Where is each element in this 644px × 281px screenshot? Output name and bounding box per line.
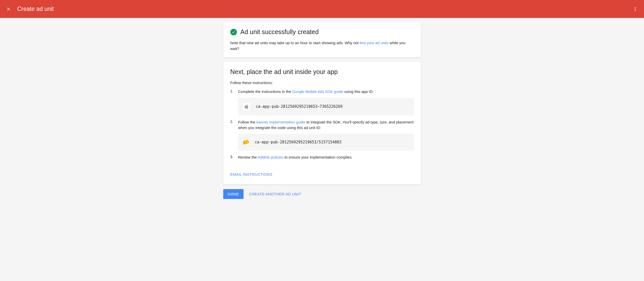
check-circle-icon (230, 29, 237, 35)
ad-tag-icon (242, 138, 250, 146)
text-before: Review the (238, 155, 258, 159)
instruction-number: 3. (230, 155, 234, 160)
success-card: Ad unit successfully created Note that n… (223, 22, 421, 58)
instruction-text: Follow the banner implementation guide t… (238, 119, 414, 131)
header-left: Create ad unit (6, 6, 54, 12)
text-after: using this app ID: (343, 89, 374, 94)
instruction-item-2: 2. Follow the banner implementation guid… (230, 119, 414, 150)
content-area: Ad unit successfully created Note that n… (223, 18, 421, 199)
instruction-number: 2. (230, 119, 234, 150)
success-title: Ad unit successfully created (240, 28, 319, 36)
instruction-item-3: 3. Review the AdMob policies to ensure y… (230, 155, 414, 160)
create-another-button[interactable]: CREATE ANOTHER AD UNIT (248, 189, 302, 199)
next-title: Next, place the ad unit inside your app (230, 68, 414, 75)
banner-guide-link[interactable]: banner implementation guide (256, 120, 305, 124)
admob-policies-link[interactable]: AdMob policies (258, 155, 283, 159)
text-before: Follow the (238, 120, 257, 124)
close-icon[interactable] (6, 7, 11, 12)
app-id-code-box: ca-app-pub-2812569295219653~7365226269 (238, 98, 414, 115)
done-button[interactable]: DONE (223, 189, 244, 199)
more-vert-icon[interactable] (632, 6, 638, 12)
test-ad-units-link[interactable]: test your ad units (360, 41, 388, 45)
success-header: Ad unit successfully created (230, 28, 414, 36)
instructions-card: Next, place the ad unit inside your app … (223, 62, 421, 185)
page-title: Create ad unit (17, 6, 54, 12)
apple-icon (242, 102, 251, 111)
instruction-list: 1. Complete the instructions in the Goog… (230, 89, 414, 160)
dialog-header: Create ad unit (0, 0, 644, 18)
instruction-content: Review the AdMob policies to ensure your… (238, 155, 414, 160)
note-text-before: Note that new ad units may take up to an… (230, 41, 360, 45)
svg-rect-1 (243, 140, 249, 144)
text-before: Complete the instructions in the (238, 89, 292, 94)
button-row: DONE CREATE ANOTHER AD UNIT (223, 189, 421, 199)
ad-unit-id-text: ca-app-pub-2812569295219653/5157154883 (255, 140, 342, 144)
instruction-text: Review the AdMob policies to ensure your… (238, 155, 414, 160)
ad-unit-id-code-box: ca-app-pub-2812569295219653/5157154883 (238, 134, 414, 150)
instruction-content: Complete the instructions in the Google … (238, 89, 414, 115)
app-id-text: ca-app-pub-2812569295219653~7365226269 (256, 104, 343, 109)
instruction-number: 1. (230, 89, 234, 115)
success-note: Note that new ad units may take up to an… (230, 40, 414, 52)
text-after: to ensure your implementation complies. (283, 155, 352, 159)
email-instructions-button[interactable]: EMAIL INSTRUCTIONS (230, 170, 273, 178)
instruction-content: Follow the banner implementation guide t… (238, 119, 414, 150)
follow-text: Follow these instructions: (230, 81, 414, 85)
instruction-text: Complete the instructions in the Google … (238, 89, 414, 95)
instruction-item-1: 1. Complete the instructions in the Goog… (230, 89, 414, 115)
sdk-guide-link[interactable]: Google Mobile Ads SDK guide (292, 89, 343, 94)
